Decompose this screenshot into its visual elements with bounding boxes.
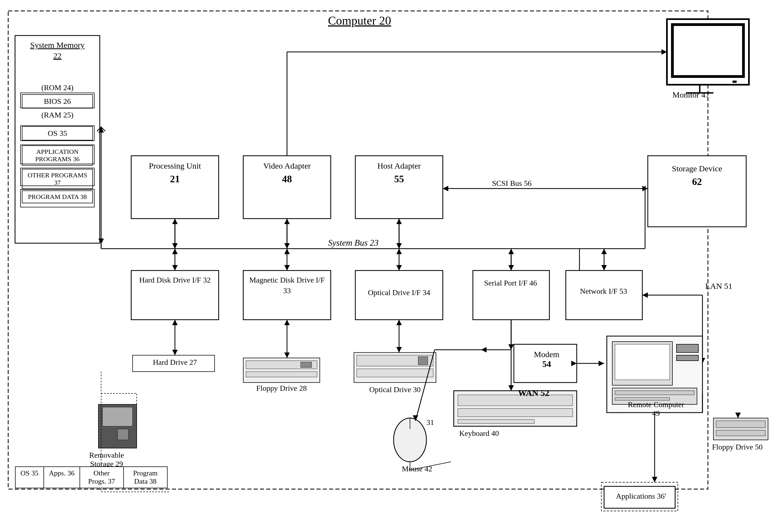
svg-rect-93 bbox=[458, 395, 573, 406]
svg-rect-107 bbox=[615, 344, 670, 380]
rom-label: (ROM 24) bbox=[21, 83, 94, 92]
svg-marker-91 bbox=[508, 385, 514, 391]
scsi-bus-label: SCSI Bus 56 bbox=[492, 179, 532, 188]
svg-rect-109 bbox=[615, 391, 694, 395]
svg-rect-15 bbox=[733, 81, 737, 83]
svg-marker-50 bbox=[284, 265, 290, 270]
svg-rect-73 bbox=[357, 355, 433, 366]
svg-rect-12 bbox=[672, 25, 743, 77]
svg-rect-119 bbox=[98, 405, 137, 448]
monitor-label: Monitor 47 bbox=[672, 90, 710, 100]
svg-rect-115 bbox=[716, 430, 765, 436]
svg-marker-33 bbox=[396, 219, 402, 224]
hard-drive-label: Hard Drive 27 bbox=[135, 358, 215, 367]
svg-marker-104 bbox=[700, 358, 705, 364]
svg-marker-36 bbox=[443, 186, 448, 191]
svg-rect-67 bbox=[246, 372, 317, 377]
svg-rect-74 bbox=[357, 369, 433, 377]
processing-unit-label: Processing Unit 21 bbox=[134, 161, 216, 185]
bios-box: BIOS 26 bbox=[22, 94, 93, 109]
svg-marker-78 bbox=[396, 347, 402, 352]
svg-marker-117 bbox=[735, 413, 741, 418]
svg-rect-114 bbox=[716, 421, 765, 428]
system-memory-title: System Memory 22 bbox=[21, 40, 94, 61]
svg-marker-86 bbox=[481, 347, 487, 352]
svg-rect-110 bbox=[615, 397, 670, 400]
svg-rect-121 bbox=[117, 429, 129, 440]
svg-marker-54 bbox=[396, 249, 402, 254]
svg-marker-59 bbox=[601, 265, 607, 270]
svg-marker-60 bbox=[601, 249, 607, 254]
svg-marker-53 bbox=[396, 265, 402, 270]
svg-rect-106 bbox=[612, 342, 672, 385]
applications-36-label: Applications 36' bbox=[607, 492, 675, 501]
svg-marker-63 bbox=[172, 320, 178, 325]
diagram: Computer 20 System Memory 22 (ROM 24) BI… bbox=[0, 0, 782, 532]
serial-port-if-label: Serial Port I/F 46 bbox=[475, 279, 546, 288]
svg-rect-120 bbox=[103, 407, 133, 426]
program-data-box: PROGRAM DATA 38 bbox=[22, 190, 93, 203]
svg-marker-51 bbox=[284, 249, 290, 254]
svg-rect-75 bbox=[418, 356, 428, 365]
svg-rect-95 bbox=[458, 419, 534, 423]
svg-marker-47 bbox=[172, 265, 178, 270]
svg-rect-0 bbox=[8, 11, 708, 489]
svg-marker-28 bbox=[172, 243, 178, 249]
storage-device-label: Storage Device 62 bbox=[650, 164, 743, 187]
bottom-program-data: Program Data 38 bbox=[124, 466, 168, 488]
computer-20-title: Computer 20 bbox=[328, 14, 391, 28]
svg-marker-102 bbox=[642, 292, 648, 298]
svg-marker-31 bbox=[284, 243, 290, 249]
svg-rect-112 bbox=[676, 355, 698, 361]
svg-marker-27 bbox=[172, 219, 178, 224]
svg-marker-40 bbox=[662, 49, 667, 55]
svg-marker-89 bbox=[413, 415, 418, 421]
system-memory-label: System Memory 22 bbox=[21, 40, 94, 61]
ram-label: (RAM 25) bbox=[21, 111, 94, 119]
removable-storage-label: Removable Storage 29 bbox=[79, 451, 134, 468]
bottom-other-progs: Other Progs. 37 bbox=[80, 466, 124, 488]
svg-marker-71 bbox=[284, 352, 290, 358]
optical-drive-if-label: Optical Drive I/F 34 bbox=[358, 288, 440, 297]
svg-rect-68 bbox=[301, 362, 312, 368]
bottom-apps: Apps. 36 bbox=[44, 466, 80, 488]
host-adapter-label: Host Adapter 55 bbox=[358, 161, 440, 185]
app-programs-box: APPLICATION PROGRAMS 36 bbox=[22, 145, 93, 165]
svg-rect-113 bbox=[713, 418, 768, 440]
os-box: OS 35 bbox=[22, 126, 93, 141]
svg-rect-72 bbox=[354, 352, 436, 383]
svg-marker-64 bbox=[172, 350, 178, 355]
svg-point-79 bbox=[394, 418, 426, 462]
svg-marker-127 bbox=[98, 238, 104, 244]
svg-rect-66 bbox=[246, 361, 317, 369]
keyboard-label: Keyboard 40 bbox=[459, 429, 499, 438]
svg-marker-84 bbox=[508, 344, 514, 350]
network-if-label: Network I/F 53 bbox=[568, 287, 639, 296]
svg-marker-131 bbox=[652, 477, 657, 482]
svg-rect-92 bbox=[454, 391, 577, 426]
svg-marker-100 bbox=[599, 361, 604, 366]
svg-marker-56 bbox=[508, 265, 514, 270]
svg-rect-44 bbox=[473, 270, 549, 320]
svg-marker-70 bbox=[284, 320, 290, 325]
svg-marker-77 bbox=[396, 320, 402, 325]
other-programs-box: OTHER PROGRAMS 37 bbox=[22, 169, 93, 189]
system-bus-label: System Bus 23 bbox=[328, 238, 379, 248]
modem-label: Modem 54 bbox=[517, 350, 577, 369]
mouse-label: Mouse 42 bbox=[402, 464, 432, 473]
video-adapter-label: Video Adapter 48 bbox=[246, 161, 328, 185]
mouse-number: 31 bbox=[426, 418, 434, 427]
svg-marker-25 bbox=[98, 127, 104, 132]
floppy-50-label: Floppy Drive 50 bbox=[712, 443, 762, 451]
optical-drive-label: Optical Drive 30 bbox=[353, 385, 437, 394]
svg-rect-111 bbox=[676, 344, 698, 352]
svg-marker-34 bbox=[396, 243, 402, 249]
wan-label: WAN 52 bbox=[518, 388, 549, 398]
hard-disk-if-label: Hard Disk Drive I/F 32 bbox=[134, 275, 216, 285]
svg-rect-94 bbox=[458, 409, 573, 417]
svg-marker-37 bbox=[642, 186, 648, 191]
svg-marker-48 bbox=[172, 249, 178, 254]
svg-rect-11 bbox=[667, 19, 749, 85]
svg-marker-30 bbox=[284, 219, 290, 224]
magnetic-disk-if-label: Magnetic Disk Drive I/F 33 bbox=[246, 275, 328, 296]
